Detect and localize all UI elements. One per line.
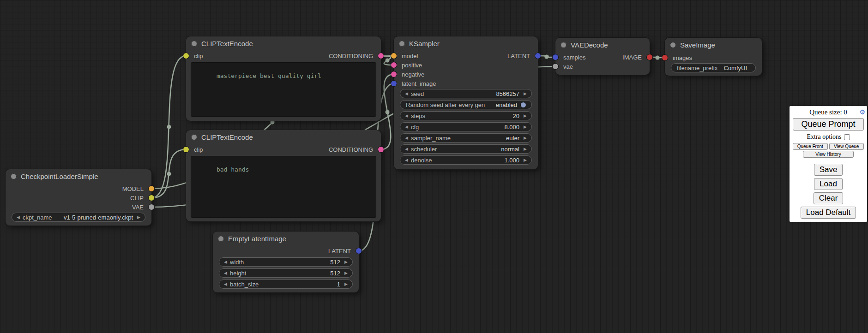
widget-cfg[interactable]: ◀ cfg 8.000 ▶ [400,122,532,131]
node-header[interactable]: CLIPTextEncode [186,130,381,144]
collapse-dot-icon[interactable] [218,236,224,242]
arrow-left-icon[interactable]: ◀ [404,147,410,151]
widget-width[interactable]: ◀ width 512 ▶ [219,257,353,267]
clip-input-port[interactable] [183,53,189,59]
queue-prompt-button[interactable]: Queue Prompt [793,118,864,131]
widget-height[interactable]: ◀ height 512 ▶ [219,268,353,278]
collapse-dot-icon[interactable] [670,42,676,48]
widget-label: sampler_name [411,135,451,142]
clip-input-port[interactable] [183,147,189,152]
output-slot-image: IMAGE [622,53,650,62]
arrow-right-icon[interactable]: ▶ [136,215,142,220]
node-clip-text-encode-negative[interactable]: CLIPTextEncode clip CONDITIONING bad han… [186,130,381,221]
slot-label: CONDITIONING [329,146,373,153]
arrow-right-icon[interactable]: ▶ [343,271,349,275]
model-output-port[interactable] [149,186,154,191]
conditioning-output-port[interactable] [378,53,384,59]
arrow-left-icon[interactable]: ◀ [404,91,410,96]
vae-input-port[interactable] [553,64,558,69]
node-vae-decode[interactable]: VAEDecode samples IMAGE vae [555,38,650,75]
widget-sampler-name[interactable]: ◀ sampler_name euler ▶ [400,133,532,143]
latent-image-input-port[interactable] [391,81,397,86]
arrow-right-icon[interactable]: ▶ [522,91,528,96]
clear-button[interactable]: Clear [814,192,844,204]
widget-batch-size[interactable]: ◀ batch_size 1 ▶ [219,279,353,289]
node-title: CheckpointLoaderSimple [21,172,98,180]
node-header[interactable]: SaveImage [665,38,762,52]
widget-steps[interactable]: ◀ steps 20 ▶ [400,111,532,120]
widget-value: 1 [337,281,343,288]
arrow-left-icon[interactable]: ◀ [223,271,229,275]
arrow-right-icon[interactable]: ▶ [343,260,349,264]
toggle-on-indicator[interactable] [521,102,526,107]
node-header[interactable]: EmptyLatentImage [213,232,359,245]
node-save-image[interactable]: SaveImage images filename_prefix ComfyUI [665,38,762,76]
model-input-port[interactable] [391,53,397,59]
arrow-right-icon[interactable]: ▶ [522,158,528,162]
node-checkpoint-loader-simple[interactable]: CheckpointLoaderSimple MODEL CLIP VAE ◀ … [6,169,151,226]
conditioning-output-port[interactable] [378,147,384,152]
node-clip-text-encode-positive[interactable]: CLIPTextEncode clip CONDITIONING masterp… [186,36,381,121]
collapse-dot-icon[interactable] [191,134,197,140]
load-button[interactable]: Load [814,178,843,190]
node-ksampler[interactable]: KSampler model LATENT positive negative … [394,36,538,169]
clip-output-port[interactable] [149,195,154,201]
node-title: SaveImage [680,41,715,49]
collapse-dot-icon[interactable] [191,41,197,47]
queue-front-button[interactable]: Queue Front [793,143,828,150]
arrow-left-icon[interactable]: ◀ [404,136,410,140]
comfy-menu-panel: Queue size: 0 ⚙ Queue Prompt Extra optio… [790,106,867,222]
arrow-right-icon[interactable]: ▶ [522,147,528,151]
negative-input-port[interactable] [391,71,397,77]
node-header[interactable]: VAEDecode [555,38,650,52]
view-queue-button[interactable]: View Queue [829,143,864,150]
settings-gear-icon[interactable]: ⚙ [859,107,865,117]
widget-random-seed-toggle[interactable]: Random seed after every gen enabled [400,100,532,109]
widget-label: filename_prefix [677,65,717,71]
node-header[interactable]: CheckpointLoaderSimple [6,169,151,183]
save-button[interactable]: Save [814,164,843,176]
widget-filename-prefix[interactable]: filename_prefix ComfyUI [671,63,756,72]
latent-output-port[interactable] [356,248,362,254]
arrow-left-icon[interactable]: ◀ [15,215,21,220]
view-history-button[interactable]: View History [803,151,854,158]
vae-output-port[interactable] [149,204,154,210]
arrow-right-icon[interactable]: ▶ [522,113,528,118]
slot-label: positive [402,62,422,69]
arrow-left-icon[interactable]: ◀ [223,282,229,286]
arrow-left-icon[interactable]: ◀ [223,260,229,264]
node-empty-latent-image[interactable]: EmptyLatentImage LATENT ◀ width 512 ▶ ◀ … [213,232,359,292]
arrow-right-icon[interactable]: ▶ [522,136,528,140]
collapse-dot-icon[interactable] [561,42,567,48]
widget-value: euler [506,135,522,142]
load-default-button[interactable]: Load Default [801,207,856,219]
prompt-textarea[interactable]: masterpiece best quality girl [191,62,376,117]
input-slot-positive: positive [394,60,422,70]
arrow-left-icon[interactable]: ◀ [404,158,410,162]
prompt-textarea[interactable]: bad hands [191,156,376,218]
samples-input-port[interactable] [553,54,558,60]
widget-seed[interactable]: ◀ seed 8566257 ▶ [400,89,532,98]
extra-options-label: Extra options [807,133,841,141]
slot-label: images [673,54,692,61]
widget-ckpt-name[interactable]: ◀ ckpt_name v1-5-pruned-emaonly.ckpt ▶ [12,213,145,222]
node-header[interactable]: CLIPTextEncode [186,36,381,50]
collapse-dot-icon[interactable] [11,173,17,179]
arrow-left-icon[interactable]: ◀ [404,113,410,118]
extra-options-checkbox[interactable] [844,134,850,140]
widget-denoise[interactable]: ◀ denoise 1.000 ▶ [400,155,532,165]
arrow-left-icon[interactable]: ◀ [404,125,410,129]
image-output-port[interactable] [647,54,652,60]
widget-scheduler[interactable]: ◀ scheduler normal ▶ [400,144,532,154]
positive-input-port[interactable] [391,62,397,68]
node-header[interactable]: KSampler [394,36,538,50]
arrow-right-icon[interactable]: ▶ [522,125,528,129]
widget-label: cfg [411,124,419,131]
arrow-right-icon[interactable]: ▶ [343,282,349,286]
images-input-port[interactable] [662,55,668,60]
slot-label: CLIP [130,195,144,202]
latent-output-port[interactable] [535,53,541,59]
comfyui-app: CheckpointLoaderSimple MODEL CLIP VAE ◀ … [0,0,868,333]
wire-midpoint-dot [386,110,390,114]
collapse-dot-icon[interactable] [399,41,405,47]
